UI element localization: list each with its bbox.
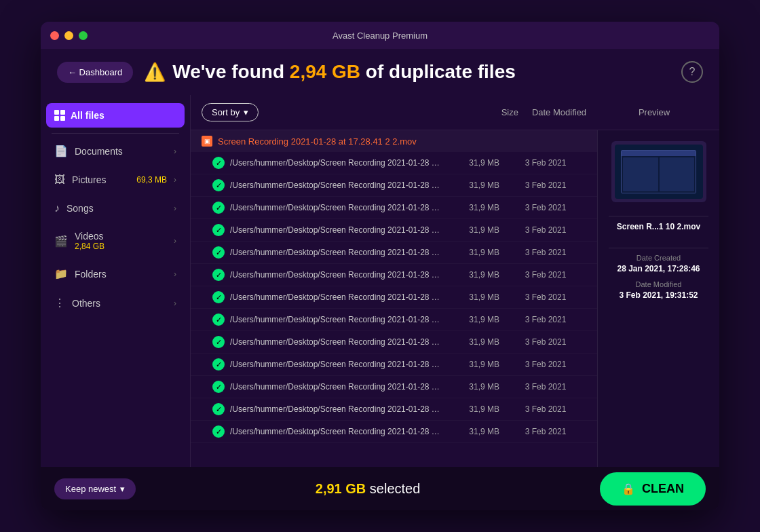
table-row[interactable]: ✓ /Users/hummer/Desktop/Screen Recording… bbox=[191, 398, 597, 421]
table-row[interactable]: ✓ /Users/hummer/Desktop/Screen Recording… bbox=[191, 354, 597, 376]
table-row[interactable]: ✓ /Users/hummer/Desktop/Screen Recording… bbox=[191, 197, 597, 219]
thumbnail-image bbox=[615, 145, 703, 199]
minimize-button[interactable] bbox=[64, 31, 73, 40]
file-date: 3 Feb 2021 bbox=[505, 360, 586, 369]
selected-size: 2,91 GB bbox=[316, 481, 366, 496]
window-title: Avast Cleanup Premium bbox=[332, 31, 428, 41]
preview-divider bbox=[609, 248, 708, 248]
songs-icon: ♪ bbox=[54, 202, 60, 214]
check-icon[interactable]: ✓ bbox=[212, 291, 225, 303]
clean-button[interactable]: 🔒 CLEAN bbox=[600, 472, 706, 506]
sort-by-label: Sort by bbox=[212, 107, 240, 117]
grid-icon bbox=[54, 110, 65, 121]
file-date: 3 Feb 2021 bbox=[505, 315, 586, 324]
sidebar-item-documents[interactable]: 📄 Documents › bbox=[41, 136, 190, 166]
date-created-value: 28 Jan 2021, 17:28:46 bbox=[617, 264, 700, 273]
close-button[interactable] bbox=[50, 31, 59, 40]
check-icon[interactable]: ✓ bbox=[212, 425, 225, 438]
table-row[interactable]: ✓ /Users/hummer/Desktop/Screen Recording… bbox=[191, 242, 597, 264]
file-size: 31,9 MB bbox=[445, 203, 499, 212]
file-date: 3 Feb 2021 bbox=[505, 382, 586, 392]
table-row[interactable]: ✓ /Users/hummer/Desktop/Screen Recording… bbox=[191, 421, 597, 443]
col-date-header: Date Modified bbox=[518, 107, 600, 117]
title-text: We've found 2,94 GB of duplicate files bbox=[172, 61, 516, 83]
chevron-icon: › bbox=[174, 175, 176, 185]
date-modified-value: 3 Feb 2021, 19:31:52 bbox=[619, 290, 698, 300]
check-icon[interactable]: ✓ bbox=[212, 381, 225, 393]
file-size: 31,9 MB bbox=[445, 225, 499, 235]
titlebar: Avast Cleanup Premium bbox=[41, 22, 719, 49]
keep-chevron-icon: ▾ bbox=[120, 484, 125, 494]
check-icon[interactable]: ✓ bbox=[212, 224, 225, 236]
file-size: 31,9 MB bbox=[445, 337, 499, 347]
file-date: 3 Feb 2021 bbox=[505, 270, 586, 280]
check-icon[interactable]: ✓ bbox=[212, 314, 225, 326]
file-date: 3 Feb 2021 bbox=[505, 225, 586, 235]
bottom-bar: Keep newest ▾ 2,91 GB selected 🔒 CLEAN bbox=[41, 467, 719, 510]
check-icon[interactable]: ✓ bbox=[212, 246, 225, 259]
sidebar-item-all-files[interactable]: All files bbox=[46, 103, 185, 128]
toolbar: Sort by ▾ Size Date Modified Preview bbox=[191, 95, 719, 130]
check-icon[interactable]: ✓ bbox=[212, 403, 225, 415]
thumb-menubar bbox=[622, 151, 696, 156]
size-highlight: 2,94 GB bbox=[290, 61, 360, 82]
sidebar-item-pictures[interactable]: 🖼 Pictures 69,3 MB › bbox=[41, 166, 190, 194]
file-path: /Users/hummer/Desktop/Screen Recording 2… bbox=[230, 360, 440, 369]
chevron-icon: › bbox=[174, 147, 176, 156]
help-icon: ? bbox=[689, 66, 696, 78]
sidebar-item-label-documents: Documents bbox=[75, 146, 167, 157]
sidebar-divider bbox=[52, 133, 179, 134]
sidebar-item-songs[interactable]: ♪ Songs › bbox=[41, 194, 190, 223]
file-list[interactable]: ▣ Screen Recording 2021-01-28 at 17.28.4… bbox=[191, 130, 597, 467]
table-row[interactable]: ✓ /Users/hummer/Desktop/Screen Recording… bbox=[191, 219, 597, 242]
check-icon[interactable]: ✓ bbox=[212, 269, 225, 281]
thumb-content bbox=[622, 156, 696, 193]
help-button[interactable]: ? bbox=[681, 61, 703, 83]
check-icon[interactable]: ✓ bbox=[212, 358, 225, 370]
window-controls bbox=[50, 31, 88, 40]
sort-chevron-icon: ▾ bbox=[244, 107, 248, 117]
videos-size: 2,84 GB bbox=[75, 242, 167, 251]
file-size: 31,9 MB bbox=[445, 427, 499, 436]
file-path: /Users/hummer/Desktop/Screen Recording 2… bbox=[230, 180, 440, 190]
check-icon[interactable]: ✓ bbox=[212, 336, 225, 348]
selected-info: 2,91 GB selected bbox=[316, 481, 421, 497]
table-row[interactable]: ✓ /Users/hummer/Desktop/Screen Recording… bbox=[191, 152, 597, 174]
date-created-label: Date Created bbox=[636, 254, 681, 262]
col-size-header: Size bbox=[464, 107, 518, 117]
file-group-header: ▣ Screen Recording 2021-01-28 at 17.28.4… bbox=[191, 130, 597, 152]
pictures-icon: 🖼 bbox=[54, 174, 65, 186]
file-size: 31,9 MB bbox=[445, 270, 499, 280]
check-icon[interactable]: ✓ bbox=[212, 179, 225, 191]
chevron-icon: › bbox=[174, 236, 176, 246]
sidebar-item-videos[interactable]: 🎬 Videos 2,84 GB › bbox=[41, 223, 190, 259]
table-row[interactable]: ✓ /Users/hummer/Desktop/Screen Recording… bbox=[191, 331, 597, 354]
table-row[interactable]: ✓ /Users/hummer/Desktop/Screen Recording… bbox=[191, 309, 597, 331]
sidebar-item-label-pictures: Pictures bbox=[72, 174, 130, 185]
file-path: /Users/hummer/Desktop/Screen Recording 2… bbox=[230, 404, 440, 414]
main-window: Avast Cleanup Premium ← Dashboard ⚠️ We'… bbox=[41, 22, 719, 510]
thumb-screen-inner bbox=[621, 150, 696, 193]
date-modified-label: Date Modified bbox=[636, 280, 682, 288]
sidebar-item-folders[interactable]: 📁 Folders › bbox=[41, 259, 190, 288]
sidebar-item-others[interactable]: ⋮ Others › bbox=[41, 288, 190, 318]
maximize-button[interactable] bbox=[79, 31, 88, 40]
table-row[interactable]: ✓ /Users/hummer/Desktop/Screen Recording… bbox=[191, 264, 597, 286]
check-icon[interactable]: ✓ bbox=[212, 202, 225, 214]
file-size: 31,9 MB bbox=[445, 382, 499, 392]
file-date: 3 Feb 2021 bbox=[505, 427, 586, 436]
file-date: 3 Feb 2021 bbox=[505, 158, 586, 168]
sort-by-button[interactable]: Sort by ▾ bbox=[202, 103, 259, 121]
dashboard-button[interactable]: ← Dashboard bbox=[57, 62, 133, 83]
group-icon: ▣ bbox=[202, 136, 212, 147]
table-row[interactable]: ✓ /Users/hummer/Desktop/Screen Recording… bbox=[191, 286, 597, 309]
all-files-label: All files bbox=[71, 110, 104, 121]
table-row[interactable]: ✓ /Users/hummer/Desktop/Screen Recording… bbox=[191, 376, 597, 398]
check-icon[interactable]: ✓ bbox=[212, 157, 225, 169]
file-size: 31,9 MB bbox=[445, 158, 499, 168]
sidebar-item-label-songs: Songs bbox=[66, 203, 167, 214]
keep-newest-button[interactable]: Keep newest ▾ bbox=[54, 478, 136, 499]
selected-label: selected bbox=[370, 481, 421, 496]
table-row[interactable]: ✓ /Users/hummer/Desktop/Screen Recording… bbox=[191, 174, 597, 197]
dashboard-label: ← Dashboard bbox=[68, 67, 122, 77]
